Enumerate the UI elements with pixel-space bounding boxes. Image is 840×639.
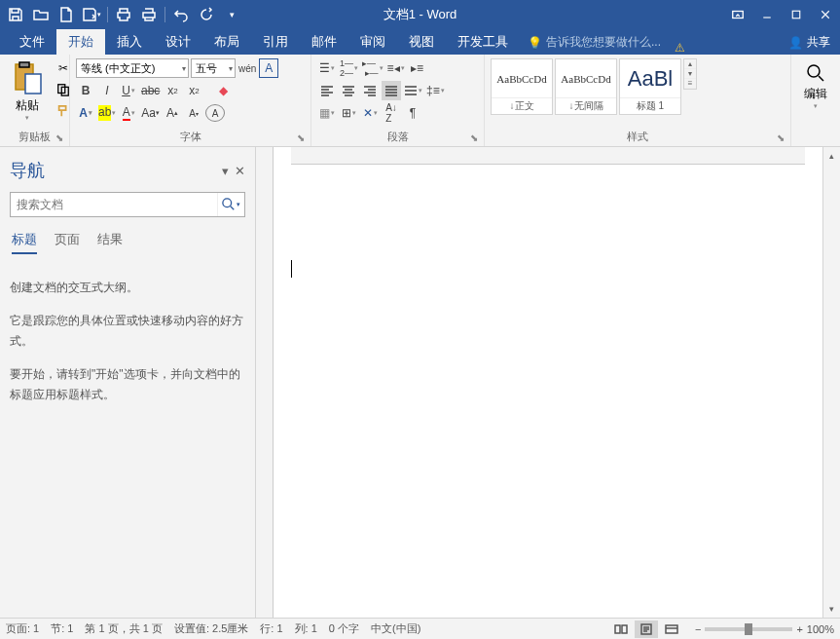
tab-insert[interactable]: 插入 — [105, 29, 154, 55]
multilevel-list-icon[interactable]: ▸— ▸— — [361, 58, 384, 78]
search-input[interactable] — [11, 193, 217, 216]
ribbon-options-icon[interactable] — [723, 0, 752, 29]
document-page[interactable] — [274, 147, 822, 618]
shrink-font-icon[interactable]: A▾ — [184, 103, 203, 123]
vertical-scrollbar[interactable]: ▴ ▾ — [822, 147, 840, 618]
status-pageof[interactable]: 第 1 页，共 1 页 — [85, 621, 162, 636]
character-border-icon[interactable]: A — [259, 58, 278, 78]
nav-tab-headings[interactable]: 标题 — [12, 231, 37, 254]
horizontal-ruler[interactable] — [291, 147, 805, 165]
maximize-icon[interactable] — [782, 0, 811, 29]
styles-down-icon[interactable]: ▾ — [684, 69, 696, 79]
zoom-in-icon[interactable]: + — [796, 623, 802, 635]
distributed-icon[interactable] — [403, 81, 423, 100]
zoom-out-icon[interactable]: − — [695, 623, 701, 635]
increase-indent-icon[interactable]: ▸≡ — [408, 58, 427, 78]
status-words[interactable]: 0 个字 — [329, 621, 359, 636]
status-section[interactable]: 节: 1 — [51, 621, 73, 636]
subscript-button[interactable]: x2 — [163, 81, 182, 100]
quick-print-icon[interactable] — [137, 3, 161, 26]
status-column[interactable]: 列: 1 — [295, 621, 317, 636]
print-layout-icon[interactable] — [635, 620, 658, 638]
vertical-ruler[interactable] — [256, 147, 274, 618]
phonetic-guide-icon[interactable]: wén — [237, 58, 257, 78]
close-icon[interactable] — [811, 0, 840, 29]
enclose-characters-icon[interactable]: A — [205, 104, 225, 122]
scroll-up-icon[interactable]: ▴ — [823, 147, 840, 165]
decrease-indent-icon[interactable]: ≡◂ — [386, 58, 406, 78]
search-button[interactable]: ▾ — [217, 193, 244, 216]
save-icon[interactable] — [4, 3, 27, 26]
style-normal[interactable]: AaBbCcDd ↓正文 — [491, 58, 553, 115]
font-size-combo[interactable]: 五号▾ — [191, 58, 236, 78]
status-language[interactable]: 中文(中国) — [371, 621, 420, 636]
warning-icon[interactable]: ⚠ — [669, 41, 690, 55]
paragraph-launcher-icon[interactable]: ⬊ — [470, 132, 482, 144]
shading-icon[interactable]: ▦ — [317, 103, 337, 123]
nav-tab-results[interactable]: 结果 — [97, 231, 123, 254]
highlight-icon[interactable]: ab — [97, 103, 117, 123]
text-effects-icon[interactable]: A — [76, 103, 95, 123]
tab-design[interactable]: 设计 — [154, 29, 202, 55]
change-case-icon[interactable]: Aa▾ — [140, 103, 161, 123]
nav-close-icon[interactable]: ✕ — [235, 164, 245, 178]
find-button[interactable]: 编辑 ▾ — [797, 58, 834, 112]
save-as-icon[interactable]: ▾ — [80, 3, 103, 26]
superscript-button[interactable]: x2 — [184, 81, 203, 100]
clear-formatting-icon[interactable]: ◆ — [213, 81, 233, 100]
nav-tab-pages[interactable]: 页面 — [55, 231, 80, 254]
minimize-icon[interactable] — [752, 0, 782, 29]
line-spacing-icon[interactable]: ‡≡ — [425, 81, 446, 100]
read-mode-icon[interactable] — [609, 620, 633, 638]
font-name-combo[interactable]: 等线 (中文正文)▾ — [76, 58, 189, 78]
tab-file[interactable]: 文件 — [8, 29, 56, 55]
justify-icon[interactable] — [382, 81, 401, 100]
share-button[interactable]: 👤共享 — [779, 30, 840, 55]
tell-me[interactable]: 💡告诉我您想要做什么... — [520, 30, 669, 55]
font-launcher-icon[interactable]: ⬊ — [297, 132, 309, 144]
styles-up-icon[interactable]: ▴ — [684, 59, 696, 69]
paste-button[interactable]: 粘贴 ▾ — [6, 58, 49, 124]
clipboard-launcher-icon[interactable]: ⬊ — [55, 132, 67, 144]
tab-mailings[interactable]: 邮件 — [300, 29, 348, 55]
redo-icon[interactable] — [195, 3, 218, 26]
styles-launcher-icon[interactable]: ⬊ — [777, 132, 788, 144]
align-right-icon[interactable] — [360, 81, 380, 100]
zoom-thumb[interactable] — [745, 623, 752, 635]
align-center-icon[interactable] — [339, 81, 358, 100]
styles-more-icon[interactable]: ≡ — [684, 79, 696, 89]
tab-view[interactable]: 视图 — [397, 29, 446, 55]
scroll-down-icon[interactable]: ▾ — [823, 600, 840, 618]
tab-home[interactable]: 开始 — [56, 29, 105, 55]
nav-options-icon[interactable]: ▾ — [222, 164, 229, 178]
numbering-icon[interactable]: 1—2— — [339, 58, 359, 78]
show-marks-icon[interactable]: ¶ — [403, 103, 422, 123]
bullets-icon[interactable]: ☰ — [317, 58, 337, 78]
tab-references[interactable]: 引用 — [251, 29, 300, 55]
zoom-slider[interactable] — [705, 627, 792, 631]
borders-icon[interactable]: ⊞ — [339, 103, 358, 123]
qat-customize-icon[interactable]: ▾ — [220, 3, 243, 26]
grow-font-icon[interactable]: A▴ — [163, 103, 182, 123]
asian-layout-icon[interactable]: ✕ — [360, 103, 380, 123]
tab-layout[interactable]: 布局 — [202, 29, 251, 55]
web-layout-icon[interactable] — [660, 620, 683, 638]
tab-developer[interactable]: 开发工具 — [446, 29, 520, 55]
sort-icon[interactable]: A↓Z — [382, 103, 401, 123]
scroll-track[interactable] — [823, 165, 840, 600]
tab-review[interactable]: 审阅 — [348, 29, 397, 55]
font-color-icon[interactable]: A — [119, 103, 138, 123]
zoom-level[interactable]: 100% — [807, 623, 834, 635]
print-preview-icon[interactable] — [112, 3, 135, 26]
strikethrough-button[interactable]: abc — [140, 81, 161, 100]
style-no-spacing[interactable]: AaBbCcDd ↓无间隔 — [555, 58, 617, 115]
status-setvalue[interactable]: 设置值: 2.5厘米 — [174, 621, 248, 636]
status-line[interactable]: 行: 1 — [260, 621, 282, 636]
bold-button[interactable]: B — [76, 81, 95, 100]
open-icon[interactable] — [29, 3, 53, 26]
italic-button[interactable]: I — [97, 81, 117, 100]
undo-icon[interactable] — [169, 3, 193, 26]
new-icon[interactable] — [55, 3, 78, 26]
underline-button[interactable]: U — [119, 81, 138, 100]
style-heading1[interactable]: AaBl 标题 1 — [619, 58, 681, 115]
